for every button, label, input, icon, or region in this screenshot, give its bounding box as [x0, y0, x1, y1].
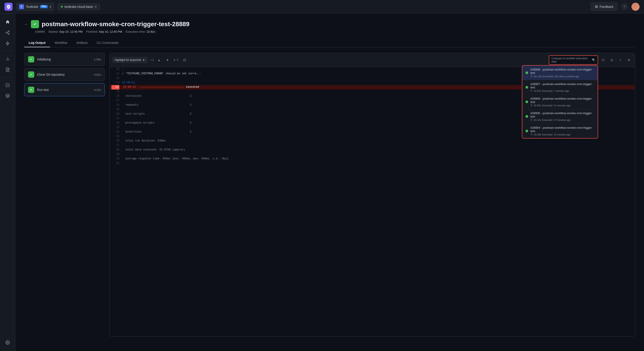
compare-item-28906[interactable]: #28906 - postman-workflow-smoke-cron-tri… — [522, 95, 598, 109]
dropdown-info-28905: #28905 - postman-workflow-smoke-cron-tri… — [530, 111, 594, 121]
exec-time-label: Execution time: 10.82s — [126, 30, 155, 33]
sidebar-item-layers[interactable] — [3, 91, 12, 101]
svg-line-10 — [604, 61, 604, 61]
user-avatar-image — [632, 3, 640, 11]
started-label: Started: Sep 10, 12:40 PM — [48, 30, 82, 33]
svg-point-2 — [8, 33, 9, 34]
org-selector[interactable]: T Testkube PRO ▾ — [16, 3, 54, 11]
log-line: 31 — [110, 161, 635, 166]
tab-artifacts[interactable]: Artifacts — [72, 39, 92, 47]
svg-marker-6 — [6, 94, 10, 96]
log-line: 28 total data received: 31.67kB (approx) — [110, 148, 635, 152]
svg-point-0 — [8, 31, 9, 32]
logo[interactable] — [4, 3, 12, 11]
feedback-icon: ⊞ — [595, 4, 598, 9]
step-clone-git[interactable]: Clone Git repository 4.61s — [24, 68, 105, 81]
tab-bar: Log Output Workflow Artifacts CLI Comman… — [24, 39, 635, 47]
keyword-label: Highlight for keywords — [115, 58, 141, 61]
svg-text:T: T — [174, 59, 175, 61]
copy-button[interactable]: ⧉ — [626, 57, 632, 63]
tab-workflow[interactable]: Workflow — [50, 39, 72, 47]
log-line: 26 total run duration: 636ms — [110, 139, 635, 143]
log-line: 27 — [110, 143, 635, 148]
compare-placeholder: Compare to another execution step — [552, 57, 591, 63]
status-dot-28904 — [526, 130, 528, 132]
pagination-text: - / 1 — [149, 58, 154, 61]
compare-dropdown: #28908 - postman-workflow-smoke-cron-tri… — [522, 65, 598, 139]
env-selector[interactable]: testkube-cloud-basic ▾ — [58, 3, 100, 10]
sidebar-item-workflows[interactable] — [3, 28, 12, 38]
dropdown-title-28907: #28907 - postman-workflow-smoke-cron-tri… — [530, 82, 594, 89]
steps-panel: Initializing 1.98s Clone Git repository … — [24, 53, 105, 337]
page-title: postman-workflow-smoke-cron-trigger-test… — [42, 20, 190, 28]
topbar: T Testkube PRO ▾ testkube-cloud-basic ▾ … — [0, 0, 644, 13]
compare-item-28907[interactable]: #28907 - postman-workflow-smoke-cron-tri… — [522, 80, 598, 95]
user-avatar[interactable] — [632, 3, 640, 11]
page-meta: #28889 Started: Sep 10, 12:40 PM Finishe… — [35, 30, 635, 33]
status-dot-28908 — [526, 71, 528, 74]
org-chevron-icon: ▾ — [50, 5, 51, 8]
svg-point-7 — [7, 342, 8, 343]
sidebar-item-reports[interactable] — [3, 65, 12, 74]
dropdown-meta-28908: ⏱ 2m 18s Executed: less than a minute ag… — [530, 75, 594, 78]
expand-button[interactable]: ⤢ — [617, 57, 624, 63]
highlight-keywords-button[interactable]: Highlight for keywords ▼ — [112, 57, 148, 63]
execution-id: #28889 — [35, 30, 44, 33]
sidebar-divider-2 — [3, 77, 12, 77]
dropdown-title-28905: #28905 - postman-workflow-smoke-cron-tri… — [530, 111, 594, 118]
filter-icon: ▼ — [142, 59, 145, 61]
help-button[interactable]: ? — [621, 3, 628, 10]
step-initializing-icon — [28, 56, 34, 62]
prev-result-button[interactable]: ▲ — [156, 57, 162, 63]
dropdown-title-28904: #28904 - postman-workflow-smoke-cron-tri… — [530, 126, 594, 133]
dropdown-info-28906: #28906 - postman-workflow-smoke-cron-tri… — [530, 97, 594, 107]
collapse-button[interactable]: ⊟ — [608, 57, 615, 63]
status-dot-28906 — [526, 100, 528, 103]
sidebar — [0, 13, 15, 351]
log-line: 29 — [110, 152, 635, 157]
status-dot-28907 — [526, 86, 528, 89]
tab-log-output[interactable]: Log Output — [24, 39, 50, 47]
step-clone-time: 4.61s — [94, 73, 101, 76]
wrap-button[interactable] — [181, 57, 188, 63]
page-header: ← postman-workflow-smoke-cron-trigger-te… — [24, 20, 635, 28]
svg-point-1 — [6, 32, 7, 33]
env-status-dot — [61, 6, 63, 7]
sidebar-item-analytics[interactable] — [3, 54, 12, 64]
feedback-button[interactable]: ⊞ Feedback — [591, 2, 618, 11]
content-area: ← postman-workflow-smoke-cron-trigger-te… — [15, 13, 644, 351]
question-icon: ? — [624, 5, 626, 8]
compare-item-28904[interactable]: #28904 - postman-workflow-smoke-cron-tri… — [522, 124, 598, 138]
sidebar-item-check[interactable] — [3, 80, 12, 90]
search-icon: 🔍 — [592, 58, 596, 61]
log-line: 30 average response time: 466ms [min: 46… — [110, 157, 635, 161]
dropdown-info-28908: #28908 - postman-workflow-smoke-cron-tri… — [530, 68, 594, 78]
step-initializing-label: Initializing — [37, 57, 91, 61]
execution-status-icon — [31, 20, 39, 28]
next-result-button[interactable]: ▼ — [164, 57, 171, 63]
sidebar-item-triggers[interactable] — [3, 38, 12, 48]
dropdown-meta-28906: ⏱ 10.55s Executed: 12 minutes ago — [530, 104, 594, 107]
env-chevron-icon: ▾ — [95, 5, 96, 8]
compare-item-28905[interactable]: #28905 - postman-workflow-smoke-cron-tri… — [522, 109, 598, 124]
compare-input[interactable]: Compare to another execution step 🔍 — [549, 55, 598, 65]
pro-badge: PRO — [40, 5, 48, 8]
svg-point-9 — [602, 59, 604, 61]
dropdown-meta-28905: ⏱ 10.12s Executed: 17 minutes ago — [530, 119, 594, 121]
step-run-icon — [28, 87, 34, 93]
back-button[interactable]: ← — [24, 22, 28, 27]
finished-label: Finished: Sep 10, 12:40 PM — [86, 30, 122, 33]
sidebar-item-home[interactable] — [3, 17, 12, 27]
tab-cli-commands[interactable]: CLI Commands — [92, 39, 123, 47]
text-size-button[interactable]: T T — [173, 57, 180, 63]
step-run-test[interactable]: Run test 4.21s — [24, 83, 105, 96]
step-initializing-time: 1.98s — [94, 58, 101, 61]
search-button[interactable] — [600, 57, 606, 63]
org-avatar: T — [19, 4, 24, 9]
split-panel: Initializing 1.98s Clone Git repository … — [24, 53, 635, 337]
dropdown-info-28907: #28907 - postman-workflow-smoke-cron-tri… — [530, 82, 594, 92]
compare-item-28908[interactable]: #28908 - postman-workflow-smoke-cron-tri… — [522, 66, 598, 80]
step-initializing[interactable]: Initializing 1.98s — [24, 53, 105, 66]
sidebar-item-settings[interactable] — [3, 338, 12, 348]
org-name: Testkube — [26, 5, 38, 8]
